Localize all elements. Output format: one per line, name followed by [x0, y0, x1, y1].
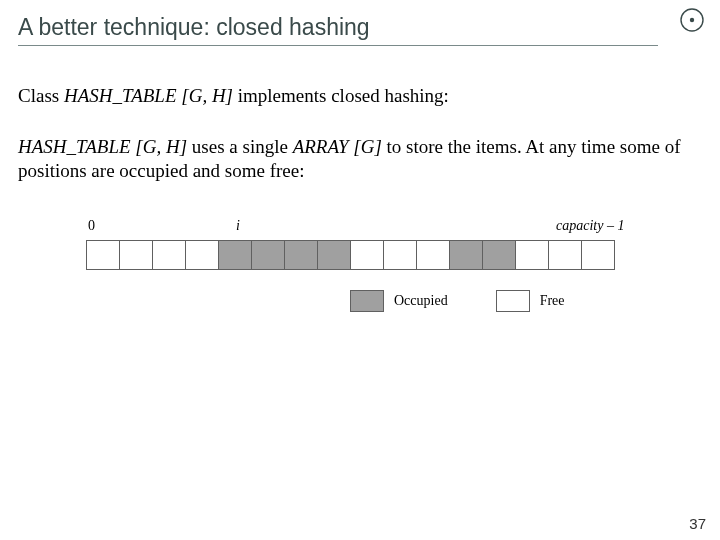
array-cell — [152, 240, 186, 270]
class-name: HASH_TABLE [G, H] — [64, 85, 233, 106]
intro-line-1: Class HASH_TABLE [G, H] implements close… — [18, 84, 702, 109]
title-underline — [18, 45, 658, 46]
array-cell — [119, 240, 153, 270]
logo-icon — [678, 6, 706, 34]
array-cell — [350, 240, 384, 270]
array-type: ARRAY [G] — [293, 136, 382, 157]
label-capacity: capacity – 1 — [556, 218, 624, 234]
array-cell — [317, 240, 351, 270]
slide: A better technique: closed hashing Class… — [0, 0, 720, 540]
text: Class — [18, 85, 64, 106]
slide-title: A better technique: closed hashing — [18, 14, 702, 41]
legend-occupied-label: Occupied — [394, 293, 448, 309]
array-cell — [416, 240, 450, 270]
array-cells — [86, 240, 702, 270]
page-number: 37 — [689, 515, 706, 532]
array-cell — [185, 240, 219, 270]
array-cell — [482, 240, 516, 270]
array-diagram: 0 i capacity – 1 Occupied Free — [86, 218, 702, 312]
intro-line-2: HASH_TABLE [G, H] uses a single ARRAY [G… — [18, 135, 702, 184]
array-cell — [284, 240, 318, 270]
legend-free-label: Free — [540, 293, 565, 309]
legend: Occupied Free — [350, 290, 702, 312]
class-name: HASH_TABLE [G, H] — [18, 136, 187, 157]
text: implements closed hashing: — [233, 85, 449, 106]
array-cell — [218, 240, 252, 270]
svg-point-1 — [690, 18, 694, 22]
label-i: i — [236, 218, 240, 234]
index-labels: 0 i capacity – 1 — [86, 218, 702, 240]
array-cell — [581, 240, 615, 270]
swatch-free — [496, 290, 530, 312]
label-zero: 0 — [88, 218, 95, 234]
array-cell — [548, 240, 582, 270]
array-cell — [383, 240, 417, 270]
swatch-occupied — [350, 290, 384, 312]
text: uses a single — [187, 136, 293, 157]
array-cell — [251, 240, 285, 270]
array-cell — [515, 240, 549, 270]
array-cell — [86, 240, 120, 270]
array-cell — [449, 240, 483, 270]
